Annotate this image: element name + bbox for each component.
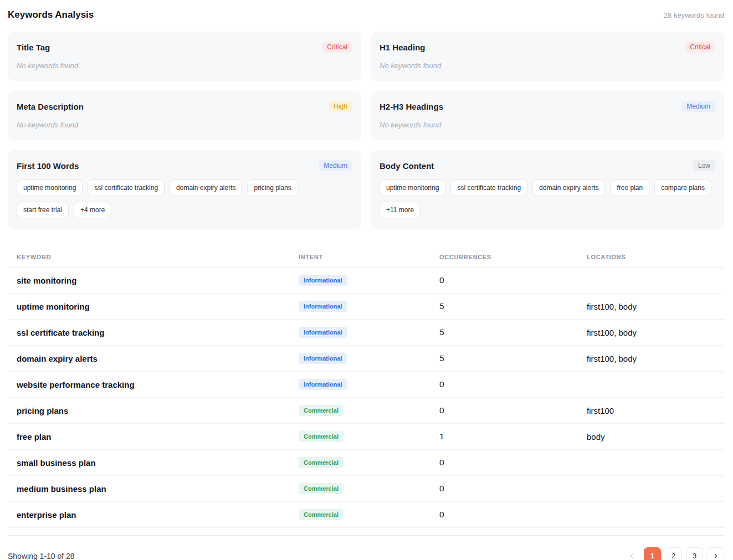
keyword-chip: free plan [610,179,649,196]
intent-badge: Informational [299,353,347,364]
card-title: Title Tag [17,43,50,52]
page-title: Keywords Analysis [8,9,94,20]
table-row: enterprise plan Commercial 0 [8,502,724,528]
page-header: Keywords Analysis 28 keywords found [8,8,724,20]
keyword-cell: enterprise plan [17,510,299,520]
next-page-button[interactable] [707,547,724,560]
keyword-chip: compare plans [654,179,711,196]
keyword-cell: domain expiry alerts [17,354,299,363]
card-body-content: Body Content Low uptime monitoring ssl c… [371,150,724,229]
page-button-3[interactable]: 3 [686,547,703,560]
keywords-analysis-page: Keywords Analysis 28 keywords found Titl… [0,0,733,560]
intent-badge: Commercial [299,509,344,520]
table-header-row: KEYWORD INTENT OCCURRENCES LOCATIONS [8,254,724,268]
table-row: pricing plans Commercial 0 first100 [8,398,724,424]
priority-badge: Low [693,160,715,171]
empty-state-text: No keywords found [380,121,715,129]
intent-badge: Informational [299,379,347,390]
keyword-chips: uptime monitoring ssl certificate tracki… [380,179,715,218]
card-title: H1 Heading [380,43,426,52]
empty-state-text: No keywords found [17,61,352,70]
keyword-cell: free plan [17,432,299,441]
table-row: free plan Commercial 1 body [8,424,724,450]
keyword-cell: site monitoring [17,276,299,285]
intent-badge: Commercial [299,431,344,442]
occurrences-cell: 5 [439,301,587,311]
card-title: H2-H3 Headings [380,102,443,111]
empty-state-text: No keywords found [17,121,352,129]
keyword-cell: website performance tracking [17,380,299,389]
intent-badge: Commercial [299,457,344,468]
column-header-keyword: KEYWORD [17,254,299,260]
table-row: website performance tracking Information… [8,372,724,398]
intent-badge: Informational [299,327,347,338]
intent-badge: Informational [299,301,347,312]
keyword-cell: small business plan [17,458,299,467]
occurrences-cell: 1 [439,431,587,441]
keywords-table: KEYWORD INTENT OCCURRENCES LOCATIONS sit… [8,254,724,536]
keyword-chip: ssl certificate tracking [450,179,527,196]
occurrences-cell: 0 [439,405,587,415]
priority-badge: High [329,101,352,112]
card-h2-h3-headings: H2-H3 Headings Medium No keywords found [371,91,724,140]
occurrences-cell: 0 [439,379,587,389]
keyword-chip: pricing plans [247,179,298,196]
intent-badge: Commercial [299,483,344,494]
locations-cell: first100 [587,406,724,415]
column-header-intent: INTENT [299,254,439,260]
keyword-cell: ssl certificate tracking [17,328,299,337]
keywords-count: 28 keywords found [664,11,724,19]
keyword-chip: domain expiry alerts [532,179,605,196]
card-title: Body Content [380,161,434,171]
occurrences-cell: 0 [439,275,587,285]
card-h1-heading: H1 Heading Critical No keywords found [371,32,724,81]
table-row: small business plan Commercial 0 [8,450,724,476]
keyword-chip: uptime monitoring [17,179,83,196]
previous-page-button[interactable] [623,547,640,560]
table-row: domain expiry alerts Informational 5 fir… [8,346,724,372]
table-footer: Showing 1-10 of 28 1 2 3 [8,547,724,560]
priority-badge: Medium [319,160,352,171]
column-header-locations: LOCATIONS [587,254,724,260]
chevron-left-icon [628,552,635,560]
intent-badge: Commercial [299,405,344,416]
priority-badge: Critical [322,42,352,53]
occurrences-cell: 0 [439,484,587,494]
chevron-right-icon [712,552,720,560]
pagination: 1 2 3 [623,547,724,560]
priority-badge: Medium [681,101,715,112]
card-meta-description: Meta Description High No keywords found [8,91,361,140]
column-header-occurrences: OCCURRENCES [439,254,587,260]
priority-badge: Critical [685,42,715,53]
table-row: site monitoring Informational 0 [8,268,724,294]
card-title: Meta Description [17,102,84,111]
keyword-cell: medium business plan [17,484,299,494]
more-chips-button[interactable]: +11 more [380,202,421,218]
keyword-chip: start free trial [17,202,69,218]
occurrences-cell: 5 [439,353,587,363]
locations-cell: body [587,432,724,441]
intent-badge: Informational [299,275,347,286]
page-button-2[interactable]: 2 [665,547,682,560]
table-row: ssl certificate tracking Informational 5… [8,320,724,346]
page-button-1[interactable]: 1 [644,547,661,560]
occurrences-cell: 5 [439,327,587,337]
card-title-tag: Title Tag Critical No keywords found [8,32,361,81]
keyword-cell: pricing plans [17,406,299,415]
keyword-chips: uptime monitoring ssl certificate tracki… [17,179,352,218]
locations-cell: first100, body [587,354,724,363]
locations-cell: first100, body [587,328,724,337]
summary-cards-grid: Title Tag Critical No keywords found H1 … [8,32,724,229]
occurrences-cell: 0 [439,510,587,520]
occurrences-cell: 0 [439,458,587,467]
keyword-chip: ssl certificate tracking [88,179,165,196]
card-title: First 100 Words [17,161,79,171]
keyword-chip: domain expiry alerts [170,179,242,196]
more-chips-button[interactable]: +4 more [74,202,111,218]
keyword-chip: uptime monitoring [380,179,445,196]
card-first-100-words: First 100 Words Medium uptime monitoring… [8,150,361,229]
keyword-cell: uptime monitoring [17,302,299,311]
table-row: uptime monitoring Informational 5 first1… [8,294,724,320]
empty-state-text: No keywords found [380,61,715,70]
locations-cell: first100, body [587,302,724,311]
